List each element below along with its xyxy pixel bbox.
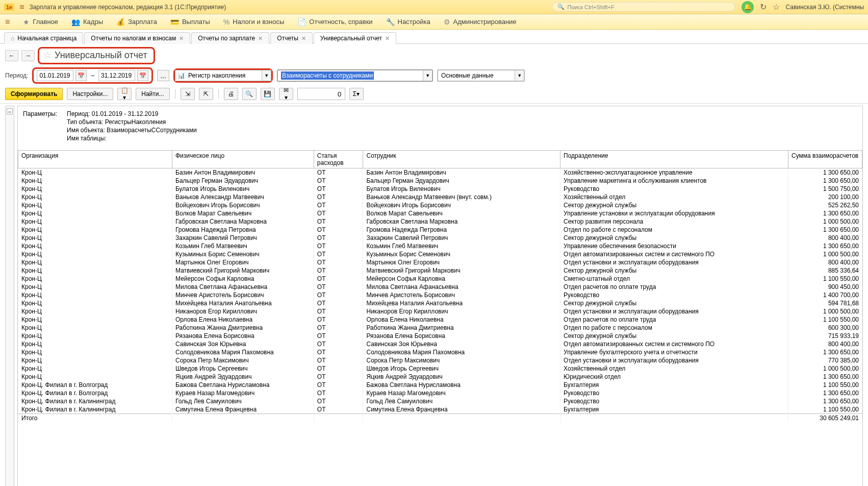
object-combo[interactable]: Взаиморасчеты с сотрудниками ▼	[277, 69, 433, 82]
chevron-down-icon[interactable]: ▼	[262, 70, 271, 81]
table-row[interactable]: Крон-ЦМилова Светлана АфанасьевнаОТМилов…	[18, 283, 862, 291]
chevron-down-icon[interactable]: ▼	[423, 70, 432, 81]
table-row[interactable]: Крон-ЦРаботкина Жанна ДмитриевнаОТРаботк…	[18, 324, 862, 332]
table-row[interactable]: Крон-ЦКузьминых Борис СеменовичОТКузьмин…	[18, 250, 862, 258]
sigma-button[interactable]: Σ▾	[349, 88, 364, 100]
table-row[interactable]: Крон-ЦМинчев Аристотель БорисовичОТМинче…	[18, 291, 862, 299]
table-row[interactable]: Крон-ЦМатвиевский Григорий МарковичОТМат…	[18, 266, 862, 275]
tab[interactable]: Отчеты по налогам и взносам✕	[84, 32, 190, 44]
close-icon[interactable]: ✕	[301, 35, 306, 42]
collapse-button[interactable]: ⇱	[199, 88, 213, 100]
total-row: Итого30 605 249,01	[18, 414, 862, 423]
table-row[interactable]: Крон-ЦМихейцева Наталия АнатольевнаОТМих…	[18, 299, 862, 307]
close-icon[interactable]: ✕	[179, 35, 184, 42]
th-podr[interactable]: Подразделение	[560, 151, 788, 168]
table-row[interactable]: Крон-ЦГабровская Светлана МарковнаОТГабр…	[18, 217, 862, 226]
table-row[interactable]: Крон-ЦСавинская Зоя ЮрьевнаОТСавинская З…	[18, 340, 862, 348]
th-fiz[interactable]: Физическое лицо	[172, 151, 314, 168]
th-sotr[interactable]: Сотрудник	[363, 151, 560, 168]
gear-icon: ⚙	[444, 18, 450, 26]
dash: –	[89, 72, 96, 79]
table-row[interactable]: Крон-ЦКозьмин Глеб МатвеевичОТКозьмин Гл…	[18, 242, 862, 250]
save-button[interactable]: 💾	[261, 88, 275, 100]
table-row[interactable]: Крон-ЦБальцер Герман ЭдуардовичОТБальцер…	[18, 177, 862, 185]
date-from-input[interactable]	[37, 70, 73, 81]
menu-item-nalogi[interactable]: %Налоги и взносы	[223, 18, 285, 26]
user-name: Савинская З.Ю. (Системны	[786, 4, 864, 11]
th-sum[interactable]: Сумма взаиморасчетов	[788, 151, 862, 168]
find-button[interactable]: Найти...	[136, 88, 169, 100]
table-row[interactable]: Крон-ЦГромова Надежда ПетровнаОТГромова …	[18, 226, 862, 234]
menu-item-main[interactable]: ★Главное	[23, 18, 58, 26]
mail-button[interactable]: ✉▾	[279, 88, 293, 100]
table-row[interactable]: Крон-ЦЗахаркин Савелий ПетровичОТЗахарки…	[18, 234, 862, 242]
table-row[interactable]: Крон-Ц. Филиал в г. КалининградСимутина …	[18, 405, 862, 414]
table-combo[interactable]: Основные данные ▼	[437, 69, 525, 82]
nav-forward-button[interactable]: →	[21, 50, 35, 61]
tab[interactable]: Универсальный отчет✕	[314, 32, 396, 44]
tab[interactable]: Отчеты✕	[270, 32, 312, 44]
tab[interactable]: ⌂Начальная страница	[4, 32, 83, 44]
menu-item-nastroika[interactable]: 🔧Настройка	[386, 18, 430, 26]
preview-button[interactable]: 🔍	[242, 88, 257, 100]
nav-back-button[interactable]: ←	[5, 50, 18, 61]
tab[interactable]: Отчеты по зарплате✕	[191, 32, 269, 44]
calendar-to-icon[interactable]: 📅	[137, 70, 148, 81]
history-icon[interactable]: ↻	[760, 2, 767, 12]
period-label: Период:	[5, 72, 28, 79]
table-row[interactable]: Крон-Ц. Филиал в г. КалининградГольд Лев…	[18, 397, 862, 405]
menu-item-otchet[interactable]: 📄Отчетность, справки	[297, 18, 372, 26]
generate-button[interactable]: Сформировать	[5, 88, 63, 100]
nav-row: ← → ☆ Универсальный отчет	[0, 44, 868, 65]
settings-button[interactable]: Настройки...	[67, 88, 113, 100]
search-placeholder: Поиск Ctrl+Shift+F	[568, 4, 615, 10]
table-row[interactable]: Крон-ЦВойцехович Игорь БорисовичОТВойцех…	[18, 201, 862, 209]
table-row[interactable]: Крон-ЦЯцкив Андрей ЭдуардовичОТЯцкив Анд…	[18, 373, 862, 381]
menu-item-kadry[interactable]: 👥Кадры	[71, 18, 103, 26]
table-row[interactable]: Крон-ЦВаньков Александр МатвеевичОТВаньк…	[18, 193, 862, 201]
table-row[interactable]: Крон-ЦБазин Антон ВладимировичОТБазин Ан…	[18, 168, 862, 177]
table-row[interactable]: Крон-ЦОрлова Елена НиколаевнаОТОрлова Ел…	[18, 315, 862, 324]
table-row[interactable]: Крон-ЦСорока Петр МаксимовичОТСорока Пет…	[18, 356, 862, 364]
favorite-icon[interactable]: ☆	[773, 2, 780, 12]
close-icon[interactable]: ✕	[385, 35, 390, 42]
expand-button[interactable]: ⇲	[181, 88, 195, 100]
global-search[interactable]: 🔍 Поиск Ctrl+Shift+F	[552, 2, 735, 12]
toolbar: Сформировать Настройки... 📋▾ Найти... ⇲ …	[0, 86, 868, 104]
table-row[interactable]: Крон-ЦРязанова Елена БорисовнаОТРязанова…	[18, 332, 862, 340]
th-stat[interactable]: Статья расходов	[314, 151, 363, 168]
register-combo[interactable]: 📊 Регистр накопления ▼	[173, 68, 273, 83]
params-label: Параметры:	[23, 110, 67, 117]
table-row[interactable]: Крон-Ц. Филиал в г. ВолгоградКураев Наза…	[18, 389, 862, 397]
menu-item-zarplata[interactable]: 💰Зарплата	[116, 18, 157, 26]
th-org[interactable]: Организация	[18, 151, 172, 168]
report-body[interactable]: Параметры:Период: 01.01.2019 - 31.12.201…	[17, 106, 863, 486]
menu-item-vyplaty[interactable]: 💳Выплаты	[170, 18, 210, 26]
tab-label: Универсальный отчет	[320, 35, 382, 42]
table-row[interactable]: Крон-ЦСолодовникова Мария ПахомовнаОТСол…	[18, 348, 862, 356]
table-row[interactable]: Крон-ЦВолков Марат СавельевичОТВолков Ма…	[18, 209, 862, 217]
report-table: Организация Физическое лицо Статья расхо…	[18, 150, 862, 422]
total-sum: 30 605 249,01	[788, 414, 862, 423]
table-row[interactable]: Крон-ЦШведов Игорь СергеевичОТШведов Иго…	[18, 364, 862, 373]
period-dots-button[interactable]: ...	[157, 70, 169, 81]
table-row[interactable]: Крон-ЦМейерсон Софья КарловнаОТМейерсон …	[18, 275, 862, 283]
chevron-down-icon[interactable]: ▼	[515, 70, 524, 81]
menu-toggle-icon[interactable]: ≡	[5, 17, 10, 27]
menu-item-admin[interactable]: ⚙Администрирование	[444, 18, 517, 26]
money-icon: 💰	[116, 18, 125, 26]
sum-field[interactable]	[297, 88, 345, 100]
star-outline-icon[interactable]: ☆	[43, 50, 52, 61]
hamburger-icon[interactable]: ≡	[19, 3, 24, 12]
collapse-toggle[interactable]: –	[7, 108, 13, 114]
date-to-input[interactable]	[98, 70, 135, 81]
table-row[interactable]: Крон-ЦМартынюк Олег ЕгоровичОТМартынюк О…	[18, 258, 862, 266]
variants-button[interactable]: 📋▾	[117, 88, 132, 100]
table-row[interactable]: Крон-ЦБулатов Игорь ВиленовичОТБулатов И…	[18, 185, 862, 193]
calendar-from-icon[interactable]: 📅	[75, 70, 87, 81]
table-row[interactable]: Крон-Ц. Филиал в г. ВолгоградБажова Свет…	[18, 381, 862, 389]
bell-icon[interactable]: 🔔	[742, 1, 754, 13]
print-button[interactable]: 🖨	[224, 88, 238, 100]
table-row[interactable]: Крон-ЦНиканоров Егор КирилловичОТНиканор…	[18, 307, 862, 315]
close-icon[interactable]: ✕	[258, 35, 263, 42]
